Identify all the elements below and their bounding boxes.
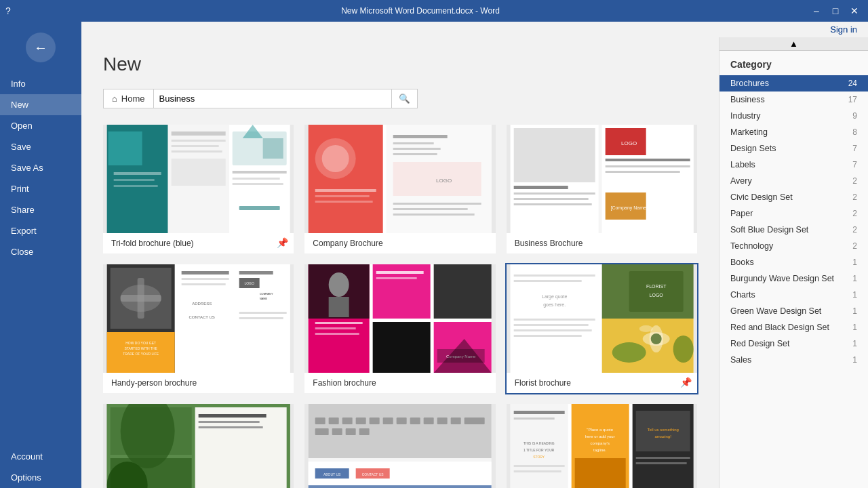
svg-rect-94 [513,274,595,277]
svg-text:Large quote: Large quote [542,294,567,300]
svg-rect-139 [346,428,356,435]
svg-rect-34 [393,208,468,210]
app-body: ← Info New Open Save Save As Print Share… [0,22,868,488]
svg-text:[Company Name]: [Company Name] [610,205,648,211]
svg-rect-156 [513,470,561,472]
category-item-industry[interactable]: Industry 9 [719,108,868,124]
svg-text:LOGO: LOGO [436,178,452,184]
svg-text:amazing!: amazing! [654,434,671,439]
sidebar-item-open[interactable]: Open [0,115,81,136]
svg-point-110 [650,333,661,344]
category-item-burgundy-wave[interactable]: Burgundy Wave Design Set 1 [719,270,868,287]
category-item-brochures[interactable]: Brochures 24 [719,75,868,92]
svg-rect-146 [309,485,492,488]
scroll-up-button[interactable]: ▲ [719,37,868,51]
sidebar-item-share[interactable]: Share [0,199,81,220]
template-card-business[interactable]: LOGO [Company Name] Business Brochure [507,125,697,253]
template-card-trifold[interactable]: Tri-fold brochure (blue) 📌 [103,125,294,253]
svg-text:Tell us something: Tell us something [647,428,678,432]
svg-text:LOGO: LOGO [244,281,254,285]
svg-rect-125 [315,418,326,424]
minimize-button[interactable]: – [808,3,825,19]
sidebar-item-info[interactable]: Info [0,73,81,94]
template-card-handy[interactable]: HOW DO YOU GET STARTED WITH THE TRADE OF… [103,264,294,393]
template-card-florist[interactable]: Large quote goes here. [507,264,697,393]
svg-rect-101 [513,335,581,337]
sidebar-item-export[interactable]: Export [0,220,81,241]
svg-rect-85 [376,271,424,274]
category-label: Burgundy Wave Design Set [730,274,834,283]
svg-rect-7 [172,140,226,142]
sign-in-button[interactable]: Sign in [819,22,868,37]
svg-rect-35 [393,214,475,216]
svg-rect-6 [172,131,226,136]
svg-point-111 [612,342,646,363]
category-label: Civic Design Set [730,192,793,202]
svg-rect-86 [376,277,417,279]
svg-point-109 [639,325,652,332]
close-button[interactable]: ✕ [846,3,863,19]
svg-rect-25 [315,201,373,203]
category-item-red-black[interactable]: Red and Black Design Set 1 [719,319,868,336]
svg-rect-136 [465,418,485,424]
svg-rect-9 [172,150,222,152]
category-label: Avery [730,176,752,186]
svg-rect-117 [195,407,287,488]
category-item-books[interactable]: Books 1 [719,254,868,270]
svg-text:FLORIST: FLORIST [646,284,667,289]
category-item-sales[interactable]: Sales 1 [719,352,868,368]
back-button[interactable]: ← [26,33,56,62]
template-card-green[interactable]: Green brochure [103,404,294,488]
category-item-marketing[interactable]: Marketing 8 [719,124,868,140]
svg-rect-104 [629,271,683,312]
svg-rect-15 [233,183,283,185]
svg-text:LOGO: LOGO [649,293,663,298]
help-icon[interactable]: ? [5,5,11,16]
svg-rect-132 [410,418,420,424]
svg-text:ADDRESS: ADDRESS [192,302,212,306]
sidebar-item-account[interactable]: Account [0,446,81,467]
search-button[interactable]: 🔍 [391,89,417,108]
sidebar-item-save[interactable]: Save [0,136,81,157]
svg-rect-168 [635,462,686,464]
category-label: Charts [730,290,755,300]
template-thumb-green [103,404,294,488]
category-item-avery[interactable]: Avery 2 [719,173,868,189]
category-item-green-wave[interactable]: Green Wave Design Set 1 [719,303,868,319]
pin-icon: 📌 [277,237,288,248]
template-card-orange[interactable]: THIS IS A HEADING 1 TITLE FOR YOUR STORY… [507,404,697,488]
maximize-button[interactable]: □ [827,3,844,19]
svg-rect-24 [315,195,370,197]
svg-rect-27 [393,135,448,138]
sidebar-item-print[interactable]: Print [0,178,81,199]
category-item-business[interactable]: Business 17 [719,92,868,108]
label-text: Company Brochure [313,239,382,248]
home-button[interactable]: ⌂ Home [103,89,153,108]
template-card-keyboard[interactable]: ABOUT US CONTACT US BROCHURE TITLE Busin… [304,404,495,488]
category-title: Category [719,51,868,75]
category-count: 2 [852,192,857,202]
category-item-red-design[interactable]: Red Design Set 1 [719,336,868,352]
search-input[interactable] [154,89,391,108]
category-item-civic-design-set[interactable]: Civic Design Set 2 [719,189,868,205]
category-item-technology[interactable]: Technology 2 [719,238,868,254]
template-thumb-fashion: Company Name [304,264,495,373]
category-count: 1 [852,323,857,332]
category-item-charts[interactable]: Charts 1 [719,287,868,303]
template-thumb-handy: HOW DO YOU GET STARTED WITH THE TRADE OF… [103,264,294,373]
svg-rect-16 [239,206,280,210]
svg-text:TRADE OF YOUR LIFE: TRADE OF YOUR LIFE [123,352,159,356]
category-item-labels[interactable]: Labels 7 [719,157,868,173]
category-item-design-sets[interactable]: Design Sets 7 [719,140,868,157]
sidebar-item-close[interactable]: Close [0,241,81,262]
template-card-fashion[interactable]: Company Name Fashion brochure [304,264,495,393]
category-item-soft-blue[interactable]: Soft Blue Design Set 2 [719,222,868,238]
sidebar-item-new[interactable]: New [0,94,81,115]
template-card-company[interactable]: LOGO Company Brochure [304,125,495,253]
sign-in-area[interactable]: Sign in [81,22,868,37]
category-item-paper[interactable]: Paper 2 [719,205,868,222]
category-label: Design Sets [730,144,776,153]
sidebar-item-save-as[interactable]: Save As [0,157,81,178]
sidebar-item-options[interactable]: Options [0,467,81,488]
svg-rect-135 [451,418,461,424]
